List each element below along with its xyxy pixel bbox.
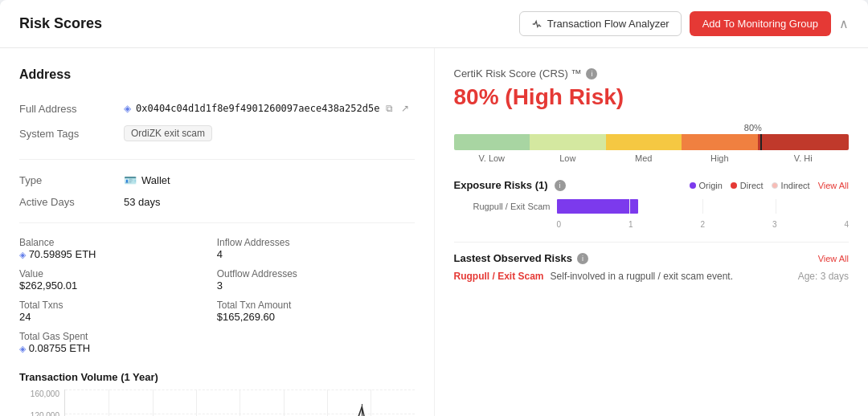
- exposure-view-all[interactable]: View All: [818, 181, 849, 190]
- crs-header: CertiK Risk Score (CRS) ™ i: [454, 67, 850, 80]
- active-days-label: Active Days: [19, 196, 124, 208]
- exposure-info-icon[interactable]: i: [555, 180, 566, 191]
- exposure-bar-chart: Rugpull / Exit Scam 0 1 2 3: [454, 199, 850, 229]
- crs-info-icon[interactable]: i: [586, 68, 597, 80]
- latest-risks-header: Lastest Observed Risks i View All: [454, 252, 850, 264]
- tick-1: 1: [628, 220, 633, 229]
- inflow-stat: Inflow Addresses 4: [217, 233, 415, 264]
- add-to-monitoring-group-button[interactable]: Add To Monitoring Group: [690, 11, 831, 36]
- bar-grid-3: [776, 199, 776, 214]
- page-title: Risk Scores: [19, 15, 102, 32]
- bar-labels: V. Low Low Med High V. Hi: [454, 153, 850, 163]
- eth-icon-gas: ◈: [19, 344, 26, 353]
- system-tags-row: System Tags OrdiZK exit scam: [19, 120, 415, 146]
- bar-label-vlow: V. Low: [454, 153, 530, 163]
- bar-grid-1: [629, 199, 630, 214]
- bar-low: [530, 134, 606, 150]
- horiz-axis: 0 1 2 3 4: [557, 220, 850, 229]
- indicator-line: [760, 134, 762, 150]
- tick-2: 2: [700, 220, 705, 229]
- bar-label-med: Med: [606, 153, 682, 163]
- legend-indirect: Indirect: [772, 181, 810, 190]
- content-area: Address Full Address ◈ 0x0404c04d1d1f8e9…: [0, 48, 868, 416]
- system-tags-label: System Tags: [19, 128, 124, 140]
- total-gas-stat: Total Gas Spent ◈ 0.08755 ETH: [19, 327, 217, 358]
- chart-title: Transaction Volume (1 Year): [19, 371, 415, 383]
- main-container: Risk Scores Transaction Flow Analyzer Ad…: [0, 0, 868, 416]
- total-txns-stat: Total Txns 24: [19, 296, 217, 327]
- latest-risks-section: Lastest Observed Risks i View All Rugpul…: [454, 242, 850, 282]
- exposure-section: Exposure Risks (1) i Origin Direct: [454, 179, 850, 229]
- tick-4: 4: [844, 220, 849, 229]
- bar-label-vhigh: V. Hi: [758, 153, 849, 163]
- type-value: 🪪 Wallet: [124, 174, 170, 186]
- transaction-flow-analyzer-button[interactable]: Transaction Flow Analyzer: [519, 11, 682, 36]
- full-address-value: ◈ 0x0404c04d1d1f8e9f4901260097aece438a25…: [124, 101, 411, 116]
- system-tags-value: OrdiZK exit scam: [124, 125, 212, 141]
- type-row: Type 🪪 Wallet: [19, 169, 415, 191]
- risk-bar-wrapper: [454, 134, 850, 150]
- chart-inner: [64, 389, 415, 416]
- bar-med: [606, 134, 682, 150]
- latest-risk-row: Rugpull / Exit Scam Self-involved in a r…: [454, 271, 850, 282]
- bar-label-low: Low: [530, 153, 606, 163]
- value-stat: Value $262,950.01: [19, 264, 217, 296]
- total-txn-amount-stat: Total Txn Amount $165,269.60: [217, 296, 415, 327]
- value-label: Value: [19, 268, 217, 279]
- latest-risk-tag: Rugpull / Exit Scam: [454, 271, 544, 282]
- tick-3: 3: [772, 220, 777, 229]
- exposure-title: Exposure Risks (1): [454, 179, 548, 191]
- risk-bar-track: [454, 134, 850, 150]
- y-label-1: 120,000: [19, 411, 59, 416]
- bar-high: [682, 134, 758, 150]
- total-txns-label: Total Txns: [19, 300, 217, 311]
- header-actions: Transaction Flow Analyzer Add To Monitor…: [519, 11, 849, 36]
- latest-risk-desc: Self-involved in a rugpull / exit scam e…: [551, 271, 792, 282]
- inflow-label: Inflow Addresses: [217, 237, 415, 248]
- origin-dot: [690, 182, 696, 189]
- bar-vhigh: [758, 134, 849, 150]
- full-address-label: Full Address: [19, 103, 124, 115]
- latest-risks-info-icon[interactable]: i: [577, 253, 588, 264]
- latest-risks-title: Lastest Observed Risks: [454, 252, 572, 264]
- value-value: $262,950.01: [19, 279, 217, 292]
- copy-address-button[interactable]: ⧉: [384, 101, 395, 116]
- analyzer-icon: [531, 18, 542, 30]
- rugpull-track: [557, 199, 850, 214]
- y-label-0: 160,000: [19, 389, 59, 398]
- total-txn-amount-value: $165,269.60: [217, 311, 415, 323]
- stats-grid: Balance ◈ 70.59895 ETH Inflow Addresses …: [19, 233, 415, 358]
- active-days-value: 53 days: [124, 196, 161, 208]
- chart-area: 160,000 120,000 80,000 40,000 0: [19, 389, 415, 416]
- legend-origin: Origin: [690, 181, 723, 190]
- rugpull-label: Rugpull / Exit Scam: [454, 202, 551, 211]
- type-label: Type: [19, 174, 124, 186]
- bar-grid-2: [702, 199, 703, 214]
- legend-direct: Direct: [731, 181, 764, 190]
- latest-view-all[interactable]: View All: [818, 254, 849, 263]
- external-link-button[interactable]: ↗: [399, 101, 411, 116]
- active-days-row: Active Days 53 days: [19, 191, 415, 213]
- y-axis: 160,000 120,000 80,000 40,000 0: [19, 389, 59, 416]
- latest-risk-age: Age: 3 days: [798, 271, 849, 282]
- tick-0: 0: [557, 220, 562, 229]
- rugpull-bar-row: Rugpull / Exit Scam: [454, 199, 850, 214]
- eth-icon-balance: ◈: [19, 250, 26, 259]
- direct-dot: [731, 182, 737, 189]
- total-txn-amount-label: Total Txn Amount: [217, 300, 415, 311]
- balance-label: Balance: [19, 237, 217, 248]
- page-header: Risk Scores Transaction Flow Analyzer Ad…: [0, 0, 868, 48]
- total-gas-label: Total Gas Spent: [19, 331, 217, 342]
- chart-svg: [65, 389, 415, 416]
- outflow-stat: Outflow Addresses 3: [217, 264, 415, 296]
- collapse-button[interactable]: ∧: [839, 16, 849, 31]
- left-panel: Address Full Address ◈ 0x0404c04d1d1f8e9…: [0, 48, 435, 416]
- chevron-up-icon: ∧: [839, 17, 849, 31]
- crs-title: CertiK Risk Score (CRS) ™: [454, 67, 582, 80]
- system-tag-badge: OrdiZK exit scam: [124, 125, 212, 141]
- total-gas-value: ◈ 0.08755 ETH: [19, 342, 217, 354]
- address-info-table: Full Address ◈ 0x0404c04d1d1f8e9f4901260…: [19, 96, 415, 146]
- risk-bar-container: 80% V. Low Low Med High V: [454, 123, 850, 163]
- eth-icon: ◈: [124, 103, 131, 114]
- divider-2: [19, 222, 415, 223]
